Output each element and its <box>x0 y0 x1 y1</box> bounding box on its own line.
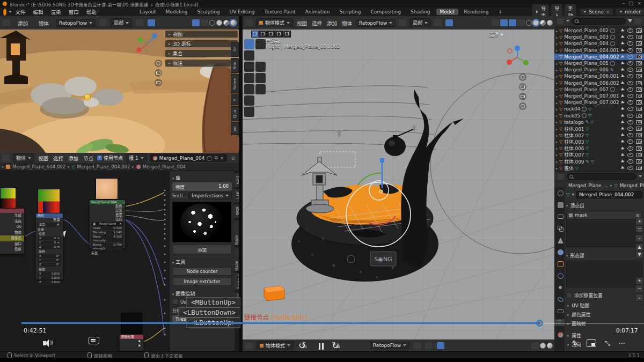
workspace-tab-modeling[interactable]: Modeling <box>162 9 192 15</box>
outliner-row[interactable]: ▸▽Merged_Plane_007.002 <box>554 99 644 106</box>
tab-output[interactable] <box>556 213 563 220</box>
section-color-attributes[interactable]: ▸颜色属性 <box>567 311 640 318</box>
section-uv-maps[interactable]: ▸UV 贴图 <box>567 302 640 309</box>
workspace-tab-model[interactable]: Model <box>436 9 458 15</box>
mode-dropdown[interactable]: 物体模式 <box>257 341 294 350</box>
image-extractor-button[interactable]: Image extractor <box>172 277 232 286</box>
outliner-row[interactable]: ▸▽Merged_Plane_007.001 <box>554 93 644 99</box>
pan-hand-icon[interactable] <box>519 83 526 91</box>
workspace-tab-shading[interactable]: Shading <box>407 9 434 15</box>
new-material-icon[interactable]: ⧉ <box>214 155 217 161</box>
panel-collections[interactable]: ▸集合 <box>165 50 238 57</box>
vp-menu-add[interactable]: 添加 <box>327 19 337 27</box>
vgroup-move-down-button[interactable]: ▼ <box>635 251 643 258</box>
video-progress-handle[interactable] <box>536 320 543 327</box>
shading-solid-icon[interactable] <box>216 20 222 26</box>
outliner-row[interactable]: ▸▽Merged_Plane_006.001 <box>554 73 644 79</box>
gizmo-toggle-icon[interactable] <box>500 19 508 26</box>
menu-help[interactable]: 帮助 <box>86 8 97 16</box>
side-tab-scree[interactable]: Scree <box>231 74 239 93</box>
shading-material-icon[interactable] <box>540 20 546 26</box>
workspace-tab-texturepaint[interactable]: Texture Paint <box>261 9 299 15</box>
measure-tool[interactable] <box>255 84 266 94</box>
outliner-row[interactable]: ▸▽锥体▽ <box>554 165 644 171</box>
blender-app-icon[interactable] <box>3 9 6 16</box>
vgroup-specials-button[interactable]: ⌄ <box>635 234 643 242</box>
tab-modifiers[interactable] <box>556 272 563 279</box>
rest-position-checkbox[interactable]: 添加静置位置 <box>566 292 642 299</box>
shading-rendered-icon[interactable] <box>547 343 553 349</box>
share-icon[interactable] <box>99 19 107 26</box>
share-icon[interactable] <box>399 19 406 26</box>
annotate-tool[interactable] <box>244 84 254 94</box>
shading-rendered-icon[interactable] <box>547 20 553 26</box>
outliner-row[interactable]: ▸▽Merged_Plane_006✎ <box>554 67 644 73</box>
pip-icon[interactable] <box>587 339 596 347</box>
properties-options-caret-icon[interactable] <box>639 175 642 178</box>
zoom-icon[interactable] <box>519 73 526 81</box>
node-counter-button[interactable]: Node counter <box>172 267 232 276</box>
outliner-row[interactable]: ▸▽Merged_Plane_005 <box>554 60 644 67</box>
zoom-icon[interactable] <box>155 60 162 67</box>
shader-type-dropdown[interactable]: 物体 <box>13 153 34 162</box>
view-layer-selector[interactable]: render <box>616 9 644 15</box>
retopoflow-menu[interactable]: RetopoFlow <box>356 19 396 27</box>
shapekey-specials-button[interactable]: ⌄ <box>635 294 643 301</box>
shading-material-icon[interactable] <box>223 20 229 26</box>
outliner-row[interactable]: ▸▽Merged_Plane_004 <box>554 40 644 47</box>
rewind-10-button[interactable]: ↺10 <box>298 341 310 352</box>
overlay-toggle-icon[interactable] <box>509 19 516 26</box>
overlays-toggle-icon[interactable] <box>201 19 208 26</box>
tweak-tool[interactable] <box>244 50 254 61</box>
vertex-groups-panel-header[interactable]: ▾顶点组 <box>566 202 642 209</box>
shading-wireframe-icon[interactable] <box>526 20 532 26</box>
exit-fullscreen-icon[interactable]: ⤡ <box>605 339 610 347</box>
snap-toggle-icon[interactable] <box>445 19 453 26</box>
outliner-row[interactable]: ▸▽柱体.001▽ <box>554 125 644 132</box>
transform-orientation[interactable]: 局部 <box>111 18 132 27</box>
properties-type-icon[interactable] <box>557 174 564 180</box>
menu-file[interactable]: 文件 <box>16 8 26 16</box>
mode-dropdown[interactable]: 物体模式 <box>256 18 293 27</box>
shapekey-add-button[interactable]: + <box>635 277 643 285</box>
menu-window[interactable]: 窗口 <box>69 8 79 16</box>
tab-scene[interactable] <box>556 237 563 243</box>
tab-particles[interactable] <box>556 284 563 291</box>
extra-tool[interactable] <box>244 107 254 117</box>
perspective-toggle-icon[interactable] <box>519 102 526 110</box>
cursor-tool[interactable] <box>255 39 266 49</box>
outliner-row-selected[interactable]: ▸▽Merged_Plane_004.002 <box>554 54 644 60</box>
proportional-edit-icon[interactable] <box>148 19 155 26</box>
vgroup-add-button[interactable]: + <box>635 218 643 225</box>
prop-breadcrumb-object[interactable]: Merged_Plane_... <box>568 183 608 188</box>
shader-editor-type-icon[interactable] <box>2 154 10 161</box>
add-button[interactable]: 添加 <box>172 245 232 254</box>
outliner-row[interactable]: ▸▽柱体.007▽ <box>554 152 644 158</box>
material-slot-dropdown[interactable]: 槽 1 <box>126 153 147 162</box>
outliner-row[interactable]: ▸▽柱体.002▽ <box>554 132 644 138</box>
scale-tool[interactable] <box>244 73 254 83</box>
side-tab-qua[interactable]: Qua <box>231 106 239 121</box>
video-progress-remainder[interactable] <box>540 323 644 324</box>
pause-button[interactable] <box>318 342 324 352</box>
outliner-row[interactable]: ▸▽Merged_Plane_007 <box>554 86 644 93</box>
editor-type-icon[interactable] <box>3 19 10 26</box>
select-new-icon[interactable] <box>251 31 259 38</box>
menu-edit[interactable]: 编辑 <box>33 8 43 16</box>
tab-world[interactable] <box>556 248 563 255</box>
side-tab-gr[interactable]: Gr <box>231 42 239 57</box>
node-menu-node[interactable]: 节点 <box>83 154 93 162</box>
image-texture-node[interactable]: 图像纹理 ▪ ▪ <box>119 334 144 351</box>
xray-toggle-icon[interactable] <box>517 19 525 26</box>
proportional-icon[interactable] <box>437 342 444 349</box>
new-collection-icon[interactable] <box>635 18 641 24</box>
outliner-row[interactable]: ▸▽柱体.003▽ <box>554 138 644 145</box>
more-options-icon[interactable]: ⋯ <box>619 339 626 347</box>
rotate-tool[interactable] <box>255 62 266 72</box>
snap-magnet-icon[interactable] <box>425 342 433 349</box>
node-menu-view[interactable]: 视图 <box>38 154 48 162</box>
outliner-row[interactable]: ▸▽Merged_Plane_003 <box>554 34 644 40</box>
strength-slider[interactable]: 强度1.00 <box>172 182 232 191</box>
scene-unlink-icon[interactable]: × <box>606 9 610 14</box>
unlink-material-icon[interactable]: ✕ <box>220 156 224 161</box>
